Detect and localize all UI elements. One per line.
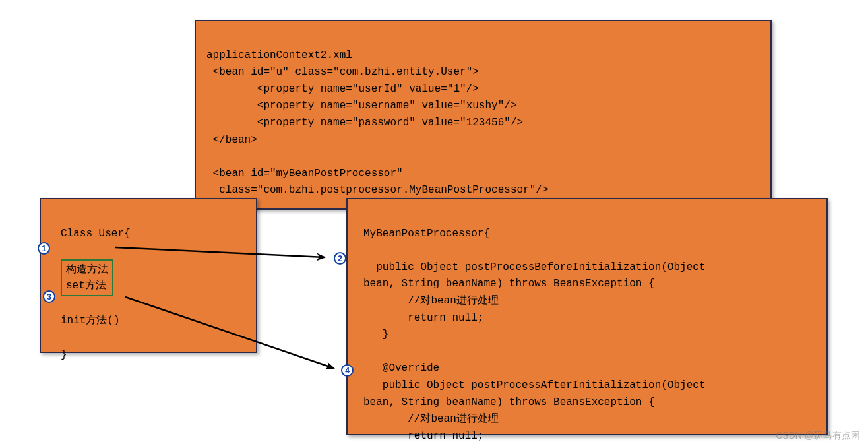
- xml-line-prop-username: <property name="username" value="xushy"/…: [206, 100, 516, 112]
- user-class-header: Class User{: [61, 228, 131, 239]
- after-init-signature-1: public Object postProcessAfterInitializa…: [363, 379, 705, 391]
- xml-line-prop-password: <property name="password" value="123456"…: [206, 117, 523, 129]
- before-init-close: }: [363, 329, 388, 340]
- step-badge-1: 1: [38, 242, 50, 255]
- before-init-return: return null;: [363, 312, 483, 324]
- processor-header: MyBeanPostProcessor{: [363, 228, 490, 239]
- step-badge-3: 3: [43, 290, 55, 303]
- before-init-comment: //对bean进行处理: [363, 295, 499, 307]
- xml-line-bean-open: <bean id="u" class="com.bzhi.entity.User…: [206, 66, 479, 78]
- after-init-comment: //对bean进行处理: [363, 413, 499, 425]
- after-init-return: return null;: [363, 430, 483, 442]
- override-annotation: @Override: [363, 362, 439, 374]
- constructor-setter-box: 构造方法 set方法: [61, 259, 113, 296]
- setter-label: set方法: [66, 280, 106, 292]
- constructor-label: 构造方法: [66, 264, 108, 276]
- before-init-signature-2: bean, String beanName) throws BeansExcep…: [363, 278, 655, 290]
- xml-title: applicationContext2.xml: [206, 49, 352, 61]
- xml-line-bean-close: </bean>: [206, 134, 257, 146]
- after-init-signature-2: bean, String beanName) throws BeansExcep…: [363, 397, 655, 408]
- step-badge-2: 2: [334, 252, 346, 265]
- user-class-close: }: [61, 349, 67, 361]
- watermark-text: CSDN @斑马有点困: [776, 430, 860, 442]
- user-class-panel: Class User{ 构造方法 set方法 init方法() }: [40, 198, 257, 353]
- xml-line-processor-open: <bean id="myBeanPostProcessor": [206, 168, 403, 179]
- init-method-label: init方法(): [61, 315, 120, 327]
- step-badge-4: 4: [341, 364, 354, 377]
- xml-line-processor-class: class="com.bzhi.postprocessor.MyBeanPost…: [206, 184, 548, 196]
- xml-config-panel: applicationContext2.xml <bean id="u" cla…: [195, 20, 772, 210]
- post-processor-panel: MyBeanPostProcessor{ public Object postP…: [346, 198, 828, 435]
- before-init-signature-1: public Object postProcessBeforeInitializ…: [363, 261, 705, 273]
- xml-line-prop-userid: <property name="userId" value="1"/>: [206, 83, 479, 95]
